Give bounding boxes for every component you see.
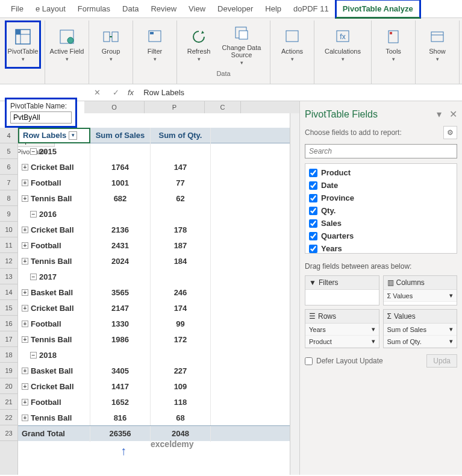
pivot-qty-cell[interactable]: 227: [151, 363, 211, 378]
chevron-down-icon[interactable]: ▾: [449, 337, 453, 345]
row-header[interactable]: 16: [0, 316, 17, 331]
expand-icon[interactable]: +: [22, 305, 28, 312]
row-header[interactable]: 9: [0, 206, 17, 222]
row-header[interactable]: 11: [0, 237, 17, 253]
expand-icon[interactable]: +: [22, 383, 28, 390]
pivot-sales-cell[interactable]: [90, 206, 151, 222]
row-header[interactable]: 8: [0, 190, 17, 206]
row-header[interactable]: 5: [0, 143, 17, 159]
pivot-sales-cell[interactable]: 1986: [90, 331, 151, 347]
pivot-qty-cell[interactable]: 187: [151, 237, 211, 253]
col-header-o[interactable]: O: [84, 101, 145, 113]
pivot-label-cell[interactable]: +Tennis Ball: [18, 253, 90, 269]
row-header[interactable]: 23: [0, 425, 17, 441]
defer-update-checkbox[interactable]: [305, 357, 313, 365]
pivot-label-cell[interactable]: −2018: [18, 347, 90, 363]
row-header[interactable]: 22: [0, 410, 17, 425]
pivot-label-cell[interactable]: −2015: [18, 143, 90, 159]
row-labels-header[interactable]: Row Labels ▼: [18, 128, 90, 143]
tab-pivottable-analyze[interactable]: PivotTable Analyze: [335, 0, 421, 19]
pivot-label-cell[interactable]: +Basket Ball: [18, 363, 90, 378]
fx-icon[interactable]: fx: [128, 88, 134, 97]
field-item[interactable]: Qty.: [308, 204, 454, 217]
tools-button[interactable]: Tools ▾: [375, 20, 411, 69]
collapse-icon[interactable]: −: [30, 274, 37, 280]
tab-data[interactable]: Data: [116, 1, 145, 17]
expand-icon[interactable]: +: [22, 195, 28, 202]
active-field-button[interactable]: Active Field ▾: [49, 20, 85, 69]
update-button[interactable]: Upda: [426, 354, 457, 368]
row-header[interactable]: 19: [0, 363, 17, 378]
chevron-down-icon[interactable]: ▾: [449, 292, 453, 299]
actions-button[interactable]: Actions ▾: [274, 20, 310, 69]
tab-layout[interactable]: e Layout: [30, 1, 72, 17]
pivot-sales-cell[interactable]: 816: [90, 410, 151, 425]
pivot-sales-cell[interactable]: 1417: [90, 378, 151, 394]
chevron-down-icon[interactable]: ▾: [449, 325, 453, 333]
pivot-label-cell[interactable]: +Football: [18, 237, 90, 253]
pivot-sales-cell[interactable]: 3405: [90, 363, 151, 378]
pivot-label-cell[interactable]: +Tennis Ball: [18, 190, 90, 206]
row-header[interactable]: 20: [0, 378, 17, 394]
field-checkbox[interactable]: [309, 245, 317, 253]
pivot-sales-cell[interactable]: 2147: [90, 300, 151, 316]
row-header[interactable]: 4: [0, 128, 17, 143]
expand-icon[interactable]: +: [22, 415, 28, 421]
pivot-sales-cell[interactable]: 3565: [90, 284, 151, 300]
pivot-qty-cell[interactable]: 174: [151, 300, 211, 316]
pivot-qty-cell[interactable]: 109: [151, 378, 211, 394]
pivot-sales-cell[interactable]: 2136: [90, 222, 151, 237]
chevron-down-icon[interactable]: ▾: [372, 337, 375, 345]
row-header[interactable]: 15: [0, 300, 17, 316]
change-data-source-button[interactable]: Change Data Source ▾: [217, 20, 266, 69]
pivot-qty-cell[interactable]: 184: [151, 253, 211, 269]
pivot-qty-cell[interactable]: 62: [151, 190, 211, 206]
refresh-button[interactable]: Refresh ▾: [181, 20, 217, 69]
pivot-label-cell[interactable]: +Basket Ball: [18, 284, 90, 300]
row-header[interactable]: 21: [0, 394, 17, 410]
collapse-icon[interactable]: −: [30, 148, 37, 155]
pivot-label-cell[interactable]: +Cricket Ball: [18, 378, 90, 394]
expand-icon[interactable]: +: [22, 180, 28, 186]
pivot-label-cell[interactable]: +Cricket Ball: [18, 222, 90, 237]
row-header[interactable]: 13: [0, 269, 17, 284]
filters-area[interactable]: ▼Filters: [305, 275, 379, 305]
sum-sales-header[interactable]: Sum of Sales: [90, 128, 151, 143]
pivot-qty-cell[interactable]: 172: [151, 331, 211, 347]
pivot-sales-cell[interactable]: [90, 269, 151, 284]
sum-qty-header[interactable]: Sum of Qty.: [151, 128, 211, 143]
filter-button[interactable]: Filter ▾: [137, 20, 173, 69]
tab-file[interactable]: File: [5, 1, 30, 17]
pivot-qty-cell[interactable]: 99: [151, 316, 211, 331]
field-checkbox[interactable]: [309, 232, 317, 240]
pivot-label-cell[interactable]: +Tennis Ball: [18, 410, 90, 425]
pivot-label-cell[interactable]: +Football: [18, 316, 90, 331]
pivot-label-cell[interactable]: −2017: [18, 269, 90, 284]
pivot-qty-cell[interactable]: [151, 347, 211, 363]
pivot-qty-cell[interactable]: 77: [151, 175, 211, 190]
pivot-qty-cell[interactable]: [151, 143, 211, 159]
expand-icon[interactable]: +: [22, 289, 28, 296]
field-checkbox[interactable]: [309, 181, 317, 190]
accept-formula-icon[interactable]: ✓: [109, 88, 123, 97]
expand-icon[interactable]: +: [22, 399, 28, 406]
col-header-p[interactable]: P: [145, 101, 205, 113]
show-button[interactable]: Show ▾: [419, 20, 455, 69]
row-header[interactable]: 7: [0, 175, 17, 190]
pivot-label-cell[interactable]: −2016: [18, 206, 90, 222]
field-checkbox[interactable]: [309, 194, 317, 202]
tab-review[interactable]: Review: [145, 1, 183, 17]
expand-icon[interactable]: +: [22, 321, 28, 327]
pivot-sales-cell[interactable]: [90, 143, 151, 159]
expand-icon[interactable]: +: [22, 368, 28, 374]
pivot-sales-cell[interactable]: [90, 347, 151, 363]
pivot-sales-cell[interactable]: 1330: [90, 316, 151, 331]
tab-view[interactable]: View: [183, 1, 211, 17]
field-item[interactable]: Sales: [308, 217, 454, 230]
pivot-label-cell[interactable]: +Cricket Ball: [18, 159, 90, 175]
field-item[interactable]: Province: [308, 192, 454, 204]
pivot-sales-cell[interactable]: 682: [90, 190, 151, 206]
pivot-sales-cell[interactable]: 2024: [90, 253, 151, 269]
field-checkbox[interactable]: [309, 207, 317, 215]
field-item[interactable]: Date: [308, 179, 454, 192]
